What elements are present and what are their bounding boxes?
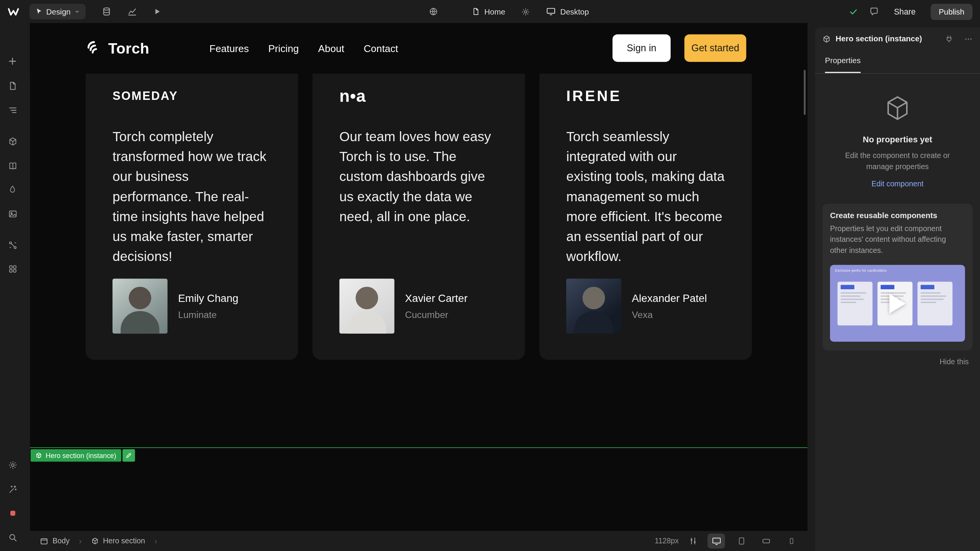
properties-panel: Hero section (instance) Properties No pr… [815,28,980,551]
cube-icon [36,452,42,458]
client-logo-irene: IRENE [566,87,725,106]
testimonial-card-2[interactable]: n•a Our team loves how easy Torch is to … [312,56,525,360]
breakpoint-desktop-button[interactable] [707,533,725,548]
author-name: Xavier Carter [405,292,467,305]
analytics-button[interactable] [127,7,137,16]
page-selector[interactable]: Home [468,7,509,16]
video-mini-card [838,282,872,326]
site-logo[interactable]: Torch [86,23,149,73]
panel-header: Hero section (instance) [815,28,980,50]
components-button[interactable] [8,136,18,146]
webflow-logo-icon[interactable] [8,7,20,16]
video-mini-card [918,282,952,326]
more-options-button[interactable] [964,35,972,43]
breakpoint-tablet-button[interactable] [732,533,750,548]
add-elements-button[interactable] [8,56,18,66]
breadcrumb-hero-section[interactable]: Hero section [87,536,149,546]
tab-properties[interactable]: Properties [825,56,861,73]
site-signin-button[interactable]: Sign in [612,34,671,62]
author-company: Cucumber [405,309,467,320]
plus-icon [8,56,18,66]
gear-icon [8,460,17,469]
ai-assistant-button[interactable] [8,484,18,494]
testimonial-card-3[interactable]: IRENE Torch seamlessly integrated with o… [539,56,752,360]
phone-portrait-icon [788,536,795,545]
gear-icon [521,7,530,16]
pages-button[interactable] [8,81,18,91]
site-nav-pricing[interactable]: Pricing [268,43,299,54]
style-guide-button[interactable] [8,161,18,171]
localization-button[interactable] [429,7,438,16]
page-settings-button[interactable] [521,7,530,16]
settings-button[interactable] [8,460,18,470]
logic-nodes-icon [8,240,17,249]
components-promo-card: Create reusable components Properties le… [823,204,973,350]
breakpoint-phone-landscape-button[interactable] [758,533,775,548]
empty-state-title: No properties yet [815,135,980,144]
canvas[interactable]: Torch Features Pricing About Contact Sig… [30,23,807,531]
assets-button[interactable] [8,209,18,218]
publish-button[interactable]: Publish [931,3,972,20]
edit-component-link[interactable]: Edit component [871,179,923,188]
testimonial-quote: Torch seamlessly integrated with our exi… [566,127,725,267]
site-nav-about[interactable]: About [318,43,344,54]
play-icon[interactable] [889,293,905,313]
testimonial-card-1[interactable]: SOMEDAY Torch completely transformed how… [86,56,298,360]
webflow-designer: Design [0,0,980,551]
pencil-icon [126,452,132,458]
preview-button[interactable] [153,8,161,16]
apps-button[interactable] [8,264,18,274]
edit-component-chip[interactable] [122,449,135,462]
cms-button[interactable] [102,7,111,16]
saved-check-icon [849,7,858,16]
torch-logo-icon [86,40,103,57]
comments-button[interactable] [870,7,879,16]
breakpoint-selector[interactable]: Desktop [543,7,593,16]
site-navbar[interactable]: Torch Features Pricing About Contact Sig… [30,23,807,73]
breakpoint-phone-portrait-button[interactable] [782,533,800,548]
testimonial-author: Xavier Carter Cucumber [340,279,498,334]
component-plug-button[interactable] [945,35,953,43]
wand-icon [8,484,17,494]
testimonial-quote: Torch completely transformed how we trac… [113,127,271,267]
breadcrumb-separator: › [79,536,82,546]
variables-button[interactable] [8,184,18,194]
logic-button[interactable] [8,240,18,250]
recording-button[interactable] [8,508,18,518]
canvas-settings-button[interactable] [689,536,697,545]
hide-promo-link[interactable]: Hide this [826,357,969,366]
search-button[interactable] [8,532,18,542]
design-mode-menu[interactable]: Design [29,4,86,20]
navigator-button[interactable] [8,105,18,115]
tutorial-video-thumbnail[interactable]: Exclusive perks for cardholders [830,265,965,342]
status-bar: Body › Hero section › 1128px [30,531,807,551]
top-toolbar-center: Home Desktop [429,0,593,23]
site-nav-features[interactable]: Features [209,43,249,54]
author-company: Luminate [178,309,238,320]
page-name-label: Home [484,7,505,16]
selection-badge: Hero section (instance) [31,449,135,462]
left-toolbar [0,23,25,551]
droplet-icon [8,185,17,194]
mini-chip [841,285,854,289]
layers-list-icon [8,105,17,114]
site-get-started-button[interactable]: Get started [684,34,746,62]
canvas-width-value[interactable]: 1128px [655,536,679,545]
author-meta: Xavier Carter Cucumber [405,292,467,320]
selected-component-label[interactable]: Hero section (instance) [31,449,121,462]
canvas-scrollbar[interactable] [804,70,806,115]
phone-landscape-icon [762,537,771,545]
image-icon [8,209,17,218]
author-name: Alexander Patel [632,292,707,305]
page-icon [472,8,480,16]
share-button[interactable]: Share [890,6,919,17]
empty-properties-state: No properties yet Edit the component to … [815,74,980,189]
breadcrumb-separator: › [154,536,157,546]
breadcrumb-body[interactable]: Body [36,536,74,546]
window-icon [40,537,48,545]
top-toolbar-left: Design [6,0,161,23]
site-nav-contact[interactable]: Contact [364,43,398,54]
plug-icon [945,35,953,43]
avatar-photo [566,279,621,334]
promo-title: Create reusable components [830,211,965,220]
